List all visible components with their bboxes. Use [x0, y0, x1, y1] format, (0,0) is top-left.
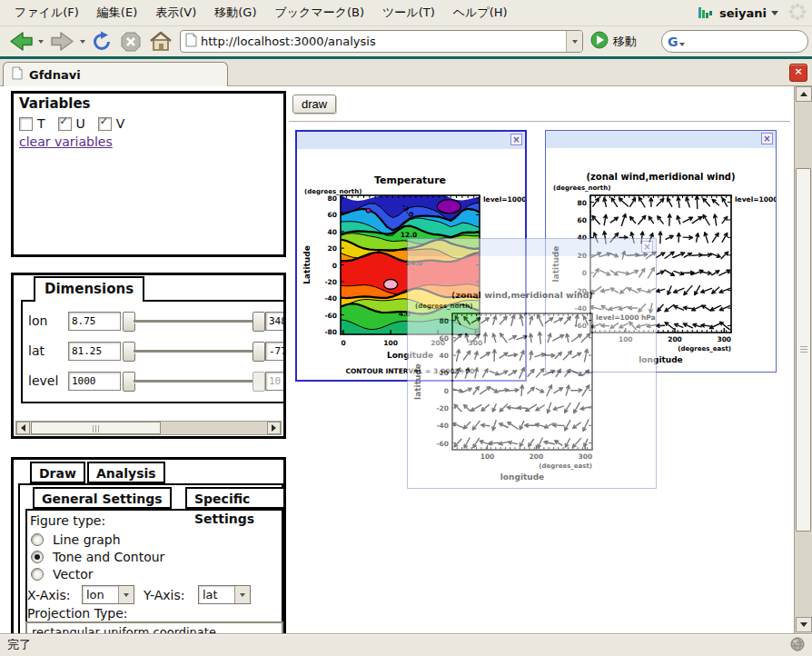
- url-bar[interactable]: [180, 30, 583, 53]
- temperature-window-close-icon[interactable]: ×: [510, 134, 522, 145]
- radio-vector[interactable]: [31, 568, 44, 581]
- lat-max-input[interactable]: [265, 342, 286, 361]
- figure-type-tone-contour[interactable]: Tone and Contour: [31, 550, 164, 564]
- hscroll-thumb[interactable]: [31, 422, 161, 434]
- menu-tools[interactable]: ツール(T): [373, 0, 444, 25]
- checkbox-U-label: U: [76, 116, 85, 131]
- menu-edit[interactable]: 編集(E): [88, 0, 146, 25]
- svg-text:-60: -60: [436, 440, 449, 448]
- status-text: 完了: [7, 637, 31, 653]
- status-globe-icon: [790, 637, 805, 654]
- separator-line: [289, 121, 790, 122]
- svg-text:300: 300: [717, 335, 731, 343]
- x-axis-select[interactable]: lon: [82, 585, 134, 604]
- x-axis-select-arrow-icon[interactable]: [118, 586, 134, 603]
- menu-help[interactable]: ヘルプ(H): [444, 0, 517, 25]
- figure-type-vector[interactable]: Vector: [31, 567, 94, 581]
- ghost-window-titlebar[interactable]: ×: [408, 239, 656, 256]
- draw-analysis-panel: Draw Analysis General Settings Specific …: [11, 457, 286, 633]
- dimensions-horizontal-scrollbar[interactable]: [15, 421, 282, 435]
- ghost-window-close-icon[interactable]: ×: [641, 241, 653, 253]
- scrollbar-thumb[interactable]: [796, 168, 811, 532]
- svg-text:Latitude: Latitude: [302, 245, 312, 283]
- hscroll-left-button[interactable]: [16, 422, 30, 434]
- checkbox-V[interactable]: ✓: [98, 117, 112, 131]
- checkbox-T[interactable]: ✓: [19, 117, 33, 131]
- scroll-down-button[interactable]: [796, 617, 812, 632]
- projection-option[interactable]: rectangular uniform coordinate: [27, 623, 282, 633]
- menu-view[interactable]: 表示(V): [146, 0, 205, 25]
- go-icon[interactable]: [590, 31, 609, 52]
- clear-variables-link[interactable]: clear variables: [19, 134, 113, 149]
- user-menu-caret-icon[interactable]: [771, 11, 778, 15]
- svg-text:(zonal wind,meridional wind): (zonal wind,meridional wind): [451, 290, 593, 300]
- svg-text:longitude: longitude: [500, 472, 544, 482]
- projection-type-listbox[interactable]: rectangular uniform coordinate: [25, 621, 283, 633]
- url-history-dropdown[interactable]: [566, 31, 582, 52]
- svg-text:60: 60: [578, 216, 587, 224]
- menu-bookmarks[interactable]: ブックマーク(B): [265, 0, 373, 25]
- svg-text:level=1000 hPa: level=1000 hPa: [735, 195, 776, 204]
- svg-text:-80: -80: [324, 328, 337, 336]
- draw-button[interactable]: draw: [292, 94, 336, 114]
- search-input[interactable]: [688, 35, 803, 49]
- scroll-up-button[interactable]: [796, 86, 812, 102]
- search-engine-caret-icon[interactable]: [679, 43, 685, 46]
- tab-close-button[interactable]: ×: [789, 64, 807, 82]
- page-vertical-scrollbar[interactable]: [794, 86, 812, 633]
- go-button-label[interactable]: 移動: [613, 34, 637, 50]
- svg-text:-60: -60: [324, 312, 337, 320]
- y-axis-select[interactable]: lat: [198, 585, 251, 604]
- back-icon: [8, 31, 34, 52]
- lon-max-slider-handle[interactable]: [253, 312, 265, 332]
- lon-slider-track[interactable]: [134, 320, 253, 323]
- level-min-input[interactable]: [68, 372, 121, 391]
- svg-text:300: 300: [578, 452, 592, 461]
- home-button[interactable]: [147, 29, 174, 54]
- stop-button[interactable]: [118, 29, 144, 54]
- lon-max-input[interactable]: [265, 312, 286, 331]
- menu-go[interactable]: 移動(G): [205, 0, 265, 25]
- lat-slider-track[interactable]: [134, 350, 253, 353]
- checkbox-U[interactable]: ✓: [58, 117, 72, 131]
- forward-dropdown[interactable]: [78, 29, 87, 54]
- level-slider-track[interactable]: [134, 380, 253, 383]
- back-button[interactable]: [5, 29, 36, 54]
- reload-button[interactable]: [89, 29, 114, 54]
- tab-analysis[interactable]: Analysis: [87, 462, 165, 483]
- plot-window-wind-ghost: × (zonal wind,meridional wind)(degrees_n…: [407, 238, 657, 489]
- wind-window-close-icon[interactable]: ×: [761, 133, 773, 144]
- tab-gfdnavi[interactable]: Gfdnavi: [3, 62, 228, 86]
- hscroll-right-button[interactable]: [267, 422, 281, 434]
- temperature-window-titlebar[interactable]: ×: [297, 132, 525, 149]
- back-dropdown[interactable]: [36, 29, 45, 54]
- svg-text:40: 40: [328, 228, 337, 236]
- lat-max-slider-handle[interactable]: [253, 342, 265, 362]
- search-bar[interactable]: G: [661, 30, 808, 53]
- user-stats-icon: [698, 5, 715, 22]
- lat-min-input[interactable]: [68, 342, 121, 361]
- wind-window-titlebar[interactable]: ×: [546, 131, 776, 148]
- page-content: Variables ✓ T ✓ U ✓ V clear variables Di…: [0, 86, 812, 633]
- username-label[interactable]: seiyani: [719, 6, 767, 20]
- radio-tone-contour-label: Tone and Contour: [53, 550, 164, 564]
- tab-specific-settings[interactable]: Specific Settings: [185, 487, 286, 509]
- radio-tone-contour[interactable]: [31, 551, 44, 563]
- home-icon: [149, 31, 173, 52]
- google-search-icon[interactable]: G: [668, 35, 678, 48]
- radio-line-graph[interactable]: [31, 533, 44, 546]
- tab-draw[interactable]: Draw: [30, 462, 85, 483]
- figure-type-line-graph[interactable]: Line graph: [31, 532, 121, 547]
- svg-text:Temperature: Temperature: [374, 174, 446, 186]
- lon-min-input[interactable]: [68, 312, 121, 331]
- url-input[interactable]: [197, 35, 566, 48]
- tab-title: Gfdnavi: [29, 68, 81, 82]
- tab-general-settings[interactable]: General Settings: [33, 487, 172, 509]
- radio-line-graph-label: Line graph: [53, 532, 121, 547]
- svg-text:(zonal wind,meridional wind): (zonal wind,meridional wind): [586, 172, 735, 182]
- y-axis-select-arrow-icon[interactable]: [234, 586, 250, 603]
- menu-file[interactable]: ファイル(F): [5, 0, 88, 25]
- forward-button[interactable]: [47, 29, 78, 54]
- svg-text:(degrees_north): (degrees_north): [415, 303, 472, 310]
- stop-icon: [120, 31, 142, 53]
